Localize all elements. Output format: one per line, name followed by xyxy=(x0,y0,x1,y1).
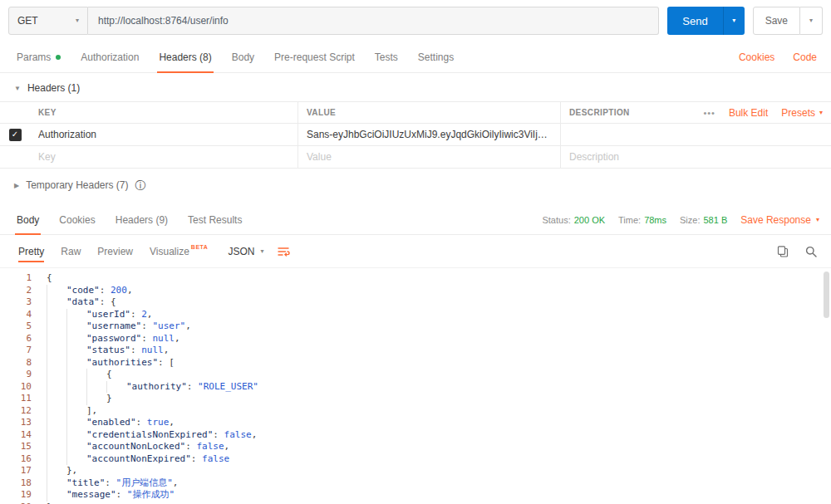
tab-label: Tests xyxy=(375,51,398,63)
line-number: 4 xyxy=(0,309,32,321)
response-tab-headers[interactable]: Headers (9) xyxy=(106,205,178,234)
code-line: 12], xyxy=(0,405,831,418)
tab-label: Pre-request Script xyxy=(274,51,355,63)
new-value-cell[interactable]: Value xyxy=(297,146,560,168)
headers-section-toggle[interactable]: ▼ Headers (1) xyxy=(0,73,831,101)
tab-body[interactable]: Body xyxy=(222,42,264,72)
tab-settings[interactable]: Settings xyxy=(408,42,464,72)
header-key-value: Authorization xyxy=(38,129,96,140)
line-number: 20 xyxy=(0,502,32,504)
line-number: 14 xyxy=(0,429,32,442)
code-link[interactable]: Code xyxy=(785,51,824,63)
view-tab-preview[interactable]: Preview xyxy=(89,235,141,267)
save-button[interactable]: Save xyxy=(753,7,800,35)
request-bar: GET ▾ Send ▾ Save ▾ xyxy=(0,0,831,42)
header-row-new: Key Value Description xyxy=(0,146,831,169)
header-description-cell[interactable] xyxy=(560,124,831,145)
response-tab-cookies[interactable]: Cookies xyxy=(49,205,105,234)
tab-label: Pretty xyxy=(18,246,44,257)
size-badge: Size: 581 B xyxy=(680,215,727,225)
bulk-edit-link[interactable]: Bulk Edit xyxy=(729,107,768,119)
chevron-down-icon: ▾ xyxy=(819,110,823,116)
view-tab-pretty[interactable]: Pretty xyxy=(10,235,52,267)
code-line: 1{ xyxy=(0,272,831,285)
wrap-lines-icon[interactable] xyxy=(277,245,290,258)
method-dropdown[interactable]: GET ▾ xyxy=(8,7,88,35)
header-value-cell[interactable]: Sans-eyJhbGciOiJIUzUxMiJ9.eyJqdGkiOilyIi… xyxy=(297,124,560,145)
copy-icon[interactable] xyxy=(776,245,789,258)
key-column-header: KEY xyxy=(30,102,297,123)
code-line: 7"status": null, xyxy=(0,345,831,357)
status-label: Status: xyxy=(542,215,570,225)
header-row-checkbox[interactable]: ✓ xyxy=(9,129,22,141)
beta-badge: BETA xyxy=(191,244,209,250)
code-line: 5"username": "user", xyxy=(0,321,831,333)
size-label: Size: xyxy=(680,215,700,225)
response-tab-body[interactable]: Body xyxy=(7,205,49,234)
tab-headers[interactable]: Headers (8) xyxy=(149,42,221,72)
response-view-toolbar: Pretty Raw Preview Visualize BETA JSON ▾ xyxy=(0,235,831,268)
chevron-down-icon: ▾ xyxy=(76,17,79,24)
header-key-cell[interactable]: Authorization xyxy=(30,124,297,145)
tab-params[interactable]: Params xyxy=(7,42,71,72)
tab-pre-request-script[interactable]: Pre-request Script xyxy=(264,42,365,72)
response-body-editor: 1{2"code": 200,3"data": {4"userId": 2,5"… xyxy=(0,268,831,504)
more-options-icon[interactable]: ••• xyxy=(703,108,715,118)
tab-label: Preview xyxy=(97,246,133,257)
new-description-cell[interactable]: Description xyxy=(560,146,831,168)
save-response-label: Save Response xyxy=(740,214,811,226)
code-line: 6"password": null, xyxy=(0,333,831,345)
tab-label: Headers (8) xyxy=(159,51,211,63)
header-table-controls: ••• Bulk Edit Presets ▾ xyxy=(703,107,823,119)
format-dropdown[interactable]: JSON ▾ xyxy=(228,246,263,257)
request-links: Cookies Code xyxy=(731,51,824,63)
code-line: 13"enabled": true, xyxy=(0,417,831,429)
send-button[interactable]: Send xyxy=(667,7,722,35)
line-number: 7 xyxy=(0,345,32,357)
tab-label: Raw xyxy=(61,246,81,257)
tab-label: Settings xyxy=(418,51,454,63)
view-tab-raw[interactable]: Raw xyxy=(52,235,89,267)
triangle-down-icon: ▼ xyxy=(14,85,21,92)
line-number: 12 xyxy=(0,405,32,418)
line-number: 17 xyxy=(0,465,32,477)
response-tab-test-results[interactable]: Test Results xyxy=(178,205,252,234)
line-number: 13 xyxy=(0,417,32,429)
save-options-dropdown[interactable]: ▾ xyxy=(800,7,823,35)
code-line: 18"title": "用户端信息", xyxy=(0,477,831,490)
vertical-scrollbar[interactable] xyxy=(824,272,829,318)
tab-label: Body xyxy=(17,214,39,226)
tab-authorization[interactable]: Authorization xyxy=(71,42,149,72)
tab-label: Authorization xyxy=(81,51,139,63)
line-number: 11 xyxy=(0,393,32,405)
line-number: 19 xyxy=(0,489,32,502)
code-line: 17}, xyxy=(0,465,831,477)
search-icon[interactable] xyxy=(804,245,818,258)
line-number: 9 xyxy=(0,369,32,381)
code-line: 9{ xyxy=(0,369,831,381)
response-tabs: Body Cookies Headers (9) Test Results St… xyxy=(0,205,831,235)
description-column-label: DESCRIPTION xyxy=(569,108,630,117)
status-badge: Status: 200 OK xyxy=(542,215,605,225)
triangle-right-icon: ▶ xyxy=(14,182,19,189)
send-options-dropdown[interactable]: ▾ xyxy=(723,7,745,35)
code-line: 16"accountNonExpired": false xyxy=(0,453,831,466)
view-tab-visualize[interactable]: Visualize BETA xyxy=(141,235,216,267)
checkbox-cell xyxy=(0,146,30,168)
params-active-dot-icon xyxy=(56,55,61,60)
presets-dropdown[interactable]: Presets ▾ xyxy=(781,107,823,119)
code-line: 11} xyxy=(0,393,831,405)
line-number: 1 xyxy=(0,272,32,285)
line-number: 3 xyxy=(0,296,32,309)
time-value: 78ms xyxy=(644,215,666,225)
chevron-down-icon: ▾ xyxy=(809,17,813,24)
url-input[interactable] xyxy=(88,7,659,35)
temporary-headers-toggle[interactable]: ▶ Temporary Headers (7) ⓘ xyxy=(0,169,831,202)
new-key-cell[interactable]: Key xyxy=(30,146,297,168)
cookies-link[interactable]: Cookies xyxy=(731,51,782,63)
save-response-dropdown[interactable]: Save Response ▾ xyxy=(740,214,819,226)
checkbox-cell: ✓ xyxy=(0,124,30,145)
tab-tests[interactable]: Tests xyxy=(365,42,408,72)
tab-label: Headers (9) xyxy=(116,214,168,226)
info-icon[interactable]: ⓘ xyxy=(135,180,146,191)
